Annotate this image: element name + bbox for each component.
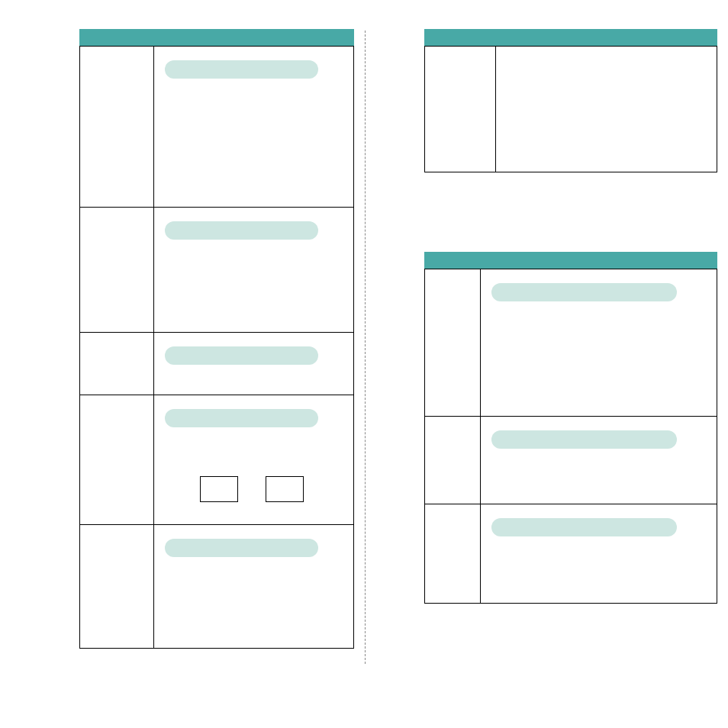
left-header-col-1: [154, 29, 354, 46]
topright-header-col-0: [424, 29, 496, 46]
left-row-4: [79, 525, 354, 649]
bottomright-row-2: [424, 504, 717, 604]
left-table: [79, 29, 354, 649]
bottomright-row-0: [424, 269, 717, 417]
left-pill-1: [165, 221, 318, 240]
left-header: [79, 29, 354, 46]
bottomright-header: [424, 252, 717, 269]
left-pill-4: [165, 539, 318, 557]
bottomright-row-1: [424, 417, 717, 504]
left-smallbox-3-a: [200, 476, 238, 502]
left-header-col-0: [79, 29, 154, 46]
left-cell-4-0: [79, 525, 154, 649]
bottomright-pill-0: [491, 283, 677, 301]
left-row-2: [79, 333, 354, 395]
topright-cell-0-0: [424, 46, 496, 172]
left-cell-3-0: [79, 395, 154, 525]
left-cell-1-1: [154, 208, 354, 333]
bottomright-cell-2-0: [424, 504, 481, 604]
left-pill-2: [165, 346, 318, 365]
canvas: [0, 0, 728, 728]
left-cell-0-1: [154, 46, 354, 208]
vertical-divider: [365, 31, 366, 664]
left-cell-4-1: [154, 525, 354, 649]
bottomright-cell-2-1: [481, 504, 717, 604]
bottomright-cell-0-0: [424, 269, 481, 417]
topright-header: [424, 29, 717, 46]
left-row-1: [79, 208, 354, 333]
topright-cell-0-1: [496, 46, 717, 172]
topright-row-0: [424, 46, 717, 172]
left-pill-3: [165, 409, 318, 427]
bottomright-pill-1: [491, 430, 677, 449]
bottomright-cell-0-1: [481, 269, 717, 417]
bottomright-pill-2: [491, 518, 677, 536]
topright-header-col-1: [496, 29, 717, 46]
left-pill-0: [165, 60, 318, 79]
left-cell-1-0: [79, 208, 154, 333]
left-smallbox-3-b: [266, 476, 304, 502]
bottomright-header-col-0: [424, 252, 481, 269]
top-right-table: [424, 29, 717, 172]
bottom-right-table: [424, 252, 717, 604]
left-row-0: [79, 46, 354, 208]
left-cell-2-1: [154, 333, 354, 395]
left-cell-0-0: [79, 46, 154, 208]
bottomright-cell-1-0: [424, 417, 481, 504]
left-row-3: [79, 395, 354, 525]
left-cell-2-0: [79, 333, 154, 395]
bottomright-cell-1-1: [481, 417, 717, 504]
left-cell-3-1: [154, 395, 354, 525]
bottomright-header-col-1: [481, 252, 717, 269]
